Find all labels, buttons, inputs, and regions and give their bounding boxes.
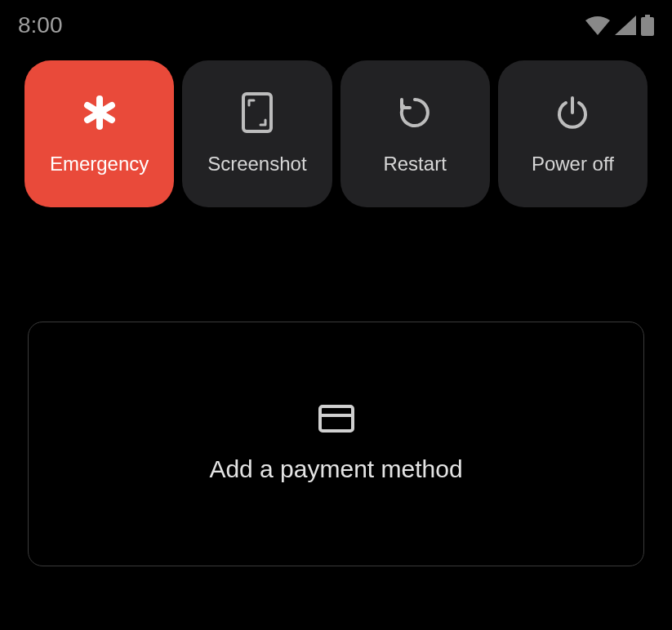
add-payment-method-card[interactable]: Add a payment method	[28, 322, 644, 566]
status-bar: 8:00	[0, 0, 672, 41]
cellular-icon	[615, 16, 636, 35]
svg-rect-1	[641, 17, 654, 36]
power-off-label: Power off	[532, 153, 614, 175]
add-payment-label: Add a payment method	[209, 455, 462, 483]
power-off-button[interactable]: Power off	[498, 60, 648, 207]
emergency-button[interactable]: Emergency	[24, 60, 174, 207]
credit-card-icon	[318, 405, 354, 433]
status-icons	[585, 15, 654, 36]
emergency-label: Emergency	[50, 153, 149, 175]
restart-label: Restart	[383, 153, 446, 175]
svg-rect-0	[645, 15, 650, 17]
wifi-icon	[585, 16, 610, 35]
power-menu: Emergency Screenshot Restart Pow	[0, 41, 672, 207]
screenshot-label: Screenshot	[207, 153, 306, 175]
status-time: 8:00	[18, 12, 63, 38]
screenshot-icon	[241, 92, 274, 133]
battery-icon	[641, 15, 654, 36]
asterisk-icon	[81, 92, 118, 133]
svg-rect-5	[243, 94, 271, 131]
restart-icon	[397, 92, 433, 133]
svg-rect-7	[320, 406, 353, 431]
power-icon	[554, 92, 590, 133]
restart-button[interactable]: Restart	[340, 60, 490, 207]
screenshot-button[interactable]: Screenshot	[182, 60, 332, 207]
